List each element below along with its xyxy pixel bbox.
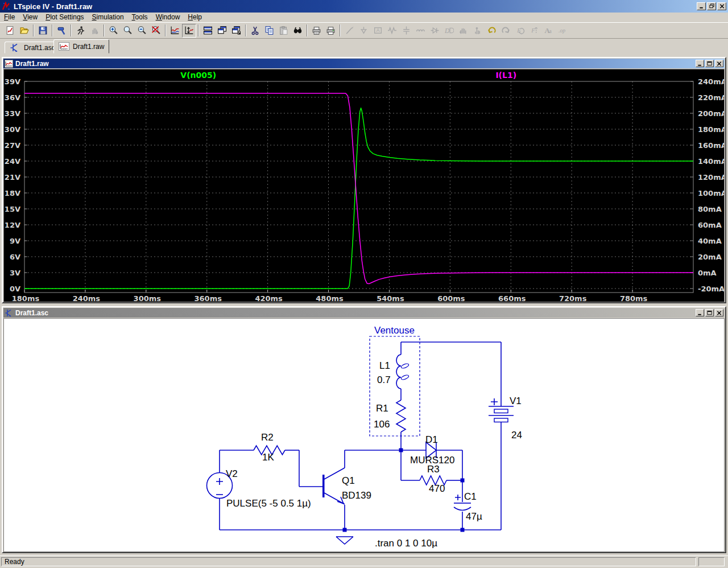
plot-area[interactable]: 39V240mA36V220mA33V200mA30V180mA27V160mA… <box>3 69 725 302</box>
trace-label-vn005[interactable]: V(n005) <box>180 71 216 80</box>
tab-draft1.asc[interactable]: Draft1.asc <box>5 42 60 53</box>
x-tick-label: 300ms <box>134 294 162 302</box>
schematic-canvas[interactable]: VentouseL10.7R1106R21KR3470V2PULSE(5 -5 … <box>3 318 725 552</box>
print-icon[interactable] <box>324 24 338 38</box>
menu-simulation[interactable]: Simulation <box>88 13 128 22</box>
comment-ventouse[interactable]: Ventouse <box>374 325 415 336</box>
open-icon[interactable] <box>17 24 31 38</box>
y-left-tick-label: 24V <box>5 157 20 166</box>
diode-icon <box>428 24 442 38</box>
zoom-out-icon[interactable] <box>135 24 149 38</box>
c1-plus-sign[interactable] <box>455 495 461 500</box>
value-R1[interactable]: 106 <box>374 419 390 430</box>
schematic-window-icon <box>5 309 13 317</box>
print-preview-icon[interactable] <box>309 24 324 38</box>
copy-icon[interactable] <box>262 24 276 38</box>
value-L1[interactable]: 0.7 <box>377 374 391 385</box>
v1-plus-sign[interactable] <box>491 398 498 405</box>
undo-icon[interactable] <box>485 24 499 38</box>
value-C1[interactable]: 47µ <box>466 511 482 522</box>
component-R1-symbol[interactable] <box>396 400 406 432</box>
waveform-window-title-bar[interactable]: Draft1.raw <box>3 59 725 68</box>
label-R1[interactable]: R1 <box>376 403 388 414</box>
redo-icon <box>499 24 513 38</box>
label-Q1[interactable]: Q1 <box>342 475 355 486</box>
junction-dot <box>343 528 347 532</box>
label-C1[interactable]: C1 <box>464 491 477 502</box>
menu-plot-settings[interactable]: Plot Settings <box>42 13 88 22</box>
label-V2[interactable]: V2 <box>226 468 238 479</box>
component-V1-cell[interactable] <box>494 409 508 413</box>
cut-icon[interactable] <box>248 24 262 38</box>
save-icon[interactable] <box>36 24 50 38</box>
y-left-tick-label: 27V <box>5 141 20 150</box>
y-right-tick-label: 20mA <box>698 253 722 261</box>
paste-icon <box>276 24 291 38</box>
y-left-tick-label: 33V <box>5 109 20 118</box>
run-icon[interactable] <box>73 24 88 38</box>
tile-vertical-icon[interactable] <box>215 24 229 38</box>
trace-label-il1[interactable]: I(L1) <box>495 71 516 80</box>
menu-tools[interactable]: Tools <box>128 13 152 22</box>
value-R3[interactable]: 470 <box>429 483 445 494</box>
minimize-button[interactable] <box>696 60 704 67</box>
find-icon[interactable] <box>291 24 305 38</box>
title-bar[interactable]: LTspice IV - Draft1.raw <box>0 0 728 13</box>
value-V1[interactable]: 24 <box>511 430 522 441</box>
schematic-window-title-bar[interactable]: Draft1.asc <box>3 308 725 318</box>
y-left-tick-label: 0V <box>10 285 20 293</box>
label-R2[interactable]: R2 <box>261 432 274 443</box>
component-Q1-base-bar[interactable] <box>322 475 325 497</box>
plot-settings-icon[interactable] <box>168 24 182 38</box>
text-icon: Aa <box>541 24 556 38</box>
minimize-button[interactable] <box>696 309 704 316</box>
ground-symbol[interactable] <box>336 537 353 544</box>
maximize-button[interactable] <box>705 309 714 316</box>
close-button[interactable] <box>715 309 723 316</box>
close-button[interactable] <box>715 60 723 67</box>
spice-directive-text[interactable]: .tran 0 1 0 10µ <box>375 538 437 549</box>
new-schematic-icon[interactable] <box>3 24 17 38</box>
label-D1[interactable]: D1 <box>425 434 438 445</box>
y-left-tick-label: 18V <box>5 189 20 197</box>
cascade-windows-icon[interactable] <box>229 24 243 38</box>
zoom-extents-icon[interactable] <box>121 24 135 38</box>
y-right-tick-label: 160mA <box>698 141 724 150</box>
component-L1-loop[interactable] <box>400 374 409 381</box>
close-button[interactable] <box>717 2 726 10</box>
component-V1-cell[interactable] <box>494 418 508 422</box>
rotate-icon: F <box>513 24 527 38</box>
value-Q1[interactable]: BD139 <box>342 490 371 501</box>
maximize-button[interactable] <box>705 60 714 67</box>
y-left-tick-label: 30V <box>5 125 20 134</box>
junction-dot <box>461 528 465 532</box>
value-R2[interactable]: 1K <box>262 452 274 463</box>
control-panel-icon[interactable] <box>55 24 69 38</box>
y-right-tick-label: 100mA <box>698 189 724 197</box>
value-D1[interactable]: MURS120 <box>410 455 454 466</box>
y-left-tick-label: 3V <box>10 269 20 277</box>
zoom-in-icon[interactable] <box>106 24 121 38</box>
menu-file[interactable]: File <box>0 13 19 22</box>
tab-draft1.raw[interactable]: Draft1.raw <box>53 39 109 53</box>
zoom-reset-icon[interactable] <box>149 24 163 38</box>
component-L1-symbol[interactable] <box>396 355 401 389</box>
value-V2[interactable]: PULSE(5 -5 0.5 1µ) <box>226 498 311 509</box>
label-V1[interactable]: V1 <box>510 396 522 406</box>
menu-window[interactable]: Window <box>152 13 184 22</box>
component-C1-plate-bottom[interactable] <box>454 507 471 511</box>
label-L1[interactable]: L1 <box>379 360 390 371</box>
y-left-tick-label: 21V <box>5 173 20 182</box>
x-tick-label: 420ms <box>255 294 283 302</box>
v2-plus-sign[interactable] <box>216 478 223 485</box>
component-L1-loop[interactable] <box>400 363 409 369</box>
menu-view[interactable]: View <box>19 13 42 22</box>
restore-button[interactable] <box>707 2 716 10</box>
x-tick-label: 720ms <box>559 294 587 302</box>
autorange-icon[interactable] <box>182 24 196 38</box>
plot-background <box>4 69 724 302</box>
minimize-button[interactable] <box>697 2 706 10</box>
svg-text:D: D <box>444 27 450 35</box>
menu-help[interactable]: Help <box>184 13 206 22</box>
tile-horizontal-icon[interactable] <box>201 24 215 38</box>
